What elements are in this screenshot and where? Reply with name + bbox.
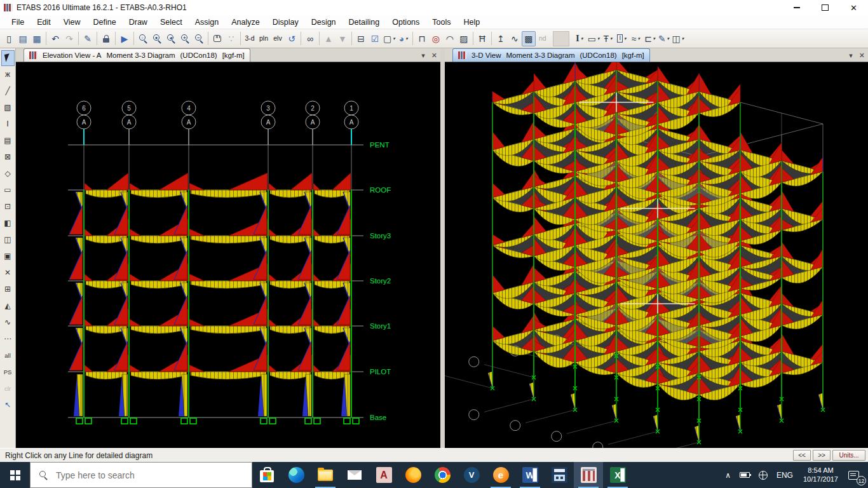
previous-step-button[interactable]: << xyxy=(793,450,811,461)
menu-display[interactable]: Display xyxy=(266,15,305,29)
menu-file[interactable]: File xyxy=(5,15,31,29)
edit-pen-button[interactable]: ✎ xyxy=(81,31,95,46)
menu-detailing[interactable]: Detailing xyxy=(342,15,386,29)
clock[interactable]: 8:54 AM 10/17/2017 xyxy=(797,462,844,488)
taskbar-file-explorer[interactable] xyxy=(311,462,340,488)
wall-stack-section-dropdown-icon[interactable]: ▾ xyxy=(682,36,684,41)
draw-window-button[interactable]: ⊞ xyxy=(1,281,15,297)
menu-assign[interactable]: Assign xyxy=(189,15,226,29)
wall-stack-section-button[interactable]: ◫▾ xyxy=(671,31,686,46)
frame-assignments-button[interactable]: ⊓ xyxy=(415,31,429,46)
sketch-pen-dropdown-icon[interactable]: ▾ xyxy=(667,36,670,41)
taskbar-search[interactable] xyxy=(30,462,252,488)
lock-model-button[interactable] xyxy=(99,31,113,46)
section-rebar-dropdown-icon[interactable]: ▾ xyxy=(638,36,641,41)
section-channel-button[interactable]: ⊏▾ xyxy=(643,31,657,46)
menu-tools[interactable]: Tools xyxy=(426,15,457,29)
draw-reference-points-button[interactable]: ⋯ xyxy=(1,331,15,347)
close-view-icon[interactable]: ✕ xyxy=(859,51,865,60)
taskbar-etabs[interactable] xyxy=(574,462,603,488)
building-view-limits-button[interactable]: ▢▾ xyxy=(382,31,397,46)
close-icon[interactable]: ✕ xyxy=(839,0,868,15)
taskbar-store[interactable] xyxy=(252,462,281,488)
building-view-limits-dropdown-icon[interactable]: ▾ xyxy=(393,36,395,41)
section-rectangular-button[interactable]: ▭▾ xyxy=(587,31,601,46)
get-previous-selection-button[interactable]: PS xyxy=(1,364,15,380)
draw-floor-area-button[interactable]: ◇ xyxy=(1,166,15,182)
select-all-button[interactable]: all xyxy=(1,348,15,363)
shrink-objects-button[interactable]: ⊟ xyxy=(354,31,368,46)
show-member-forces-button[interactable]: ▩ xyxy=(522,31,536,46)
menu-options[interactable]: Options xyxy=(386,15,426,29)
taskbar-v-app[interactable]: V xyxy=(457,462,486,488)
object-view-options-button[interactable]: ☑ xyxy=(368,31,382,46)
section-tee-button[interactable]: Ŧ▾ xyxy=(601,31,615,46)
close-view-icon[interactable]: ✕ xyxy=(431,51,437,60)
taskbar-mail[interactable] xyxy=(340,462,369,488)
draw-wall-stack-button[interactable]: ◫ xyxy=(1,232,15,248)
restore-full-view-button[interactable]: ● xyxy=(150,31,164,46)
new-model-button[interactable]: ▯ xyxy=(2,31,16,46)
zoom-out-button[interactable]: − xyxy=(192,31,206,46)
chevron-down-icon[interactable]: ▾ xyxy=(849,51,853,60)
view-plan-button[interactable]: pln xyxy=(257,31,271,46)
move-up-in-list-button[interactable]: ▲ xyxy=(322,31,336,46)
reshape-object-button[interactable]: ж xyxy=(1,67,15,83)
view3d-viewport[interactable] xyxy=(445,62,868,448)
draw-frame-button[interactable]: ▧ xyxy=(1,100,15,116)
view-3d-button[interactable]: 3-d xyxy=(243,31,257,46)
menu-analyze[interactable]: Analyze xyxy=(225,15,266,29)
undo-button[interactable]: ↶ xyxy=(48,31,62,46)
taskbar-excel[interactable]: X xyxy=(603,462,632,488)
draw-curved-beam-button[interactable]: ∿ xyxy=(1,315,15,330)
perspective-toggle-button[interactable]: ∞ xyxy=(303,31,317,46)
shell-load-display-button[interactable]: ▨ xyxy=(457,31,471,46)
quick-draw-beams-button[interactable]: ▤ xyxy=(1,133,15,149)
show-deformed-shape-button[interactable]: ∿ xyxy=(508,31,522,46)
menu-edit[interactable]: Edit xyxy=(31,15,57,29)
section-channel-dropdown-icon[interactable]: ▾ xyxy=(653,36,656,41)
joint-assignments-button[interactable]: ◎ xyxy=(429,31,443,46)
panel-splitter[interactable] xyxy=(440,48,445,448)
save-model-button[interactable]: ▦ xyxy=(30,31,44,46)
section-wide-flange-button[interactable]: Ⅰ▾ xyxy=(615,31,629,46)
zoom-in-button[interactable]: + xyxy=(178,31,192,46)
menu-design[interactable]: Design xyxy=(305,15,342,29)
draw-ramp-button[interactable]: ◭ xyxy=(1,298,15,314)
taskbar-chrome[interactable] xyxy=(428,462,457,488)
draw-text-button[interactable]: I▾ xyxy=(573,31,587,46)
shaded-display-button[interactable]: ◕▾ xyxy=(397,31,410,46)
taskbar-firefox[interactable] xyxy=(398,462,428,488)
taskbar-word[interactable]: W xyxy=(515,462,545,488)
walk-through-button[interactable]: ∵ xyxy=(224,31,238,46)
open-model-button[interactable]: ▤ xyxy=(16,31,30,46)
frame-load-display-button[interactable]: ◠ xyxy=(443,31,457,46)
show-reactions-button[interactable]: ↥ xyxy=(494,31,508,46)
run-analysis-button[interactable]: ▶ xyxy=(118,31,132,46)
move-down-in-list-button[interactable]: ▼ xyxy=(336,31,349,46)
previous-zoom-button[interactable]: ◂ xyxy=(164,31,178,46)
invert-selection-button[interactable]: ↖ xyxy=(1,397,15,413)
menu-view[interactable]: View xyxy=(57,15,87,29)
language-indicator[interactable]: ENG xyxy=(772,462,797,488)
section-rebar-button[interactable]: ≈▾ xyxy=(629,31,643,46)
elevation-viewport[interactable]: 6A5A4A3A2A1APENTROOFStory3Story2Story1PI… xyxy=(16,62,440,448)
search-input[interactable] xyxy=(55,470,220,481)
maximize-icon[interactable] xyxy=(811,0,839,15)
quick-draw-braces-button[interactable]: ⊠ xyxy=(1,149,15,165)
units-button[interactable]: Units... xyxy=(832,450,865,461)
taskbar-edge[interactable] xyxy=(281,462,311,488)
pan-button[interactable] xyxy=(210,31,224,46)
view-elevation-button[interactable]: elv xyxy=(271,31,285,46)
select-pointer-button[interactable] xyxy=(1,50,15,66)
taskbar-autocad[interactable]: A xyxy=(369,462,398,488)
section-wide-flange-dropdown-icon[interactable]: ▾ xyxy=(624,36,627,41)
rubber-band-zoom-button[interactable]: ▫ xyxy=(136,31,150,46)
section-tee-dropdown-icon[interactable]: ▾ xyxy=(610,36,613,41)
clear-selection-button[interactable]: clr xyxy=(1,381,15,396)
taskbar-e-app[interactable]: e xyxy=(486,462,515,488)
sketch-pen-button[interactable]: ✎▾ xyxy=(657,31,671,46)
draw-rect-area-button[interactable]: ▭ xyxy=(1,182,15,198)
start-button[interactable] xyxy=(0,462,30,488)
draw-wall-button[interactable]: ◧ xyxy=(1,215,15,231)
